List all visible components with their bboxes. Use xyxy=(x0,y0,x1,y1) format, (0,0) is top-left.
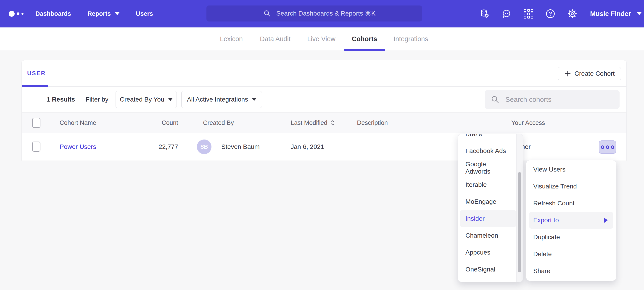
menu-item-insider[interactable]: Insider xyxy=(460,210,516,227)
menu-item-delete[interactable]: Delete xyxy=(529,246,613,262)
table-header: Cohort Name Count Created By Last Modifi… xyxy=(22,112,626,133)
created-by-name: Steven Baum xyxy=(221,133,260,161)
data-management-icon[interactable] xyxy=(480,9,490,19)
menu-item-moengage[interactable]: MoEngage xyxy=(460,193,516,210)
menu-item-braze[interactable]: Braze xyxy=(460,134,516,142)
apps-grid-icon[interactable] xyxy=(524,9,534,19)
tab-cohorts[interactable]: Cohorts xyxy=(352,28,377,50)
menu-item-google-adwords[interactable]: Google Adwords xyxy=(460,160,516,176)
chevron-down-icon xyxy=(168,98,172,101)
column-created-by: Created By xyxy=(203,112,234,133)
last-modified-date: Jan 6, 2021 xyxy=(291,133,324,161)
tab-data-audit[interactable]: Data Audit xyxy=(260,28,290,50)
cohort-row: Power Users 22,777 SB Steven Baum Jan 6,… xyxy=(22,133,626,161)
nav-reports-label: Reports xyxy=(88,10,111,17)
sort-icon xyxy=(330,120,335,126)
menu-item-facebook-ads[interactable]: Facebook Ads xyxy=(460,142,516,160)
scrollbar-thumb[interactable] xyxy=(518,172,521,272)
column-last-modified-label: Last Modified xyxy=(291,119,328,126)
row-actions-button[interactable] xyxy=(599,140,616,154)
column-cohort-name: Cohort Name xyxy=(60,112,96,133)
menu-item-duplicate[interactable]: Duplicate xyxy=(529,229,613,246)
cohort-search-input[interactable] xyxy=(485,90,620,109)
tab-user-cohorts[interactable]: USER xyxy=(27,60,46,86)
plus-icon xyxy=(564,70,571,77)
column-description: Description xyxy=(357,112,388,133)
menu-item-export-to[interactable]: Export to... xyxy=(529,212,613,229)
menu-item-view-users[interactable]: View Users xyxy=(529,161,613,178)
row-checkbox[interactable] xyxy=(32,141,40,152)
section-tabs: Lexicon Data Audit Live View Cohorts Int… xyxy=(0,28,644,51)
cohort-type-tabs: USER Create Cohort xyxy=(22,60,626,87)
project-switcher[interactable]: Music Finder xyxy=(590,0,642,28)
active-tab-indicator xyxy=(344,49,385,51)
column-your-access: Your Access xyxy=(511,112,545,133)
menu-item-onesignal[interactable]: OneSignal xyxy=(460,261,516,278)
menu-item-share[interactable]: Share xyxy=(529,262,613,279)
menu-item-refresh-count[interactable]: Refresh Count xyxy=(529,195,613,212)
mixpanel-logo-icon[interactable] xyxy=(9,0,24,28)
feedback-icon[interactable] xyxy=(502,9,512,19)
export-submenu-list: Braze Facebook Ads Google Adwords Iterab… xyxy=(458,134,516,278)
cohort-name-link[interactable]: Power Users xyxy=(60,133,96,161)
results-count: 1 Results xyxy=(46,87,75,112)
select-all-checkbox[interactable] xyxy=(32,118,40,128)
created-by-filter[interactable]: Created By You xyxy=(116,91,177,108)
tab-live-view[interactable]: Live View xyxy=(307,28,336,50)
export-to-label: Export to... xyxy=(533,217,564,224)
scrollbar-track xyxy=(516,134,523,282)
created-by-filter-value: Created By You xyxy=(120,96,164,103)
global-search-input[interactable] xyxy=(206,6,422,22)
chevron-down-icon xyxy=(637,12,642,15)
project-name: Music Finder xyxy=(590,10,631,18)
divider xyxy=(79,95,79,104)
settings-gear-icon[interactable] xyxy=(567,9,577,19)
nav-reports[interactable]: Reports xyxy=(88,10,120,17)
create-cohort-label: Create Cohort xyxy=(574,70,615,77)
cohort-search[interactable] xyxy=(485,90,620,109)
active-type-indicator xyxy=(22,85,48,87)
filter-by-label: Filter by xyxy=(86,87,108,112)
menu-item-iterable[interactable]: Iterable xyxy=(460,176,516,193)
avatar: SB xyxy=(197,139,212,154)
column-count: Count xyxy=(150,112,178,133)
cohort-count: 22,777 xyxy=(150,133,178,161)
menu-item-appcues[interactable]: Appcues xyxy=(460,244,516,261)
chevron-down-icon xyxy=(115,12,120,15)
tab-integrations[interactable]: Integrations xyxy=(394,28,428,50)
topbar-icon-group xyxy=(480,0,577,28)
integrations-filter-value: All Active Integrations xyxy=(187,96,248,103)
help-icon[interactable] xyxy=(545,9,556,19)
row-context-menu: View Users Visualize Trend Refresh Count… xyxy=(526,160,616,281)
export-submenu: Braze Facebook Ads Google Adwords Iterab… xyxy=(458,134,523,282)
chevron-down-icon xyxy=(252,98,256,101)
tab-lexicon[interactable]: Lexicon xyxy=(220,28,243,50)
topbar: Dashboards Reports Users xyxy=(0,0,644,28)
integrations-filter[interactable]: All Active Integrations xyxy=(181,91,262,108)
create-cohort-button[interactable]: Create Cohort xyxy=(558,67,621,80)
top-navigation: Dashboards Reports Users xyxy=(36,0,153,28)
filter-bar: 1 Results Filter by Created By You All A… xyxy=(22,87,626,112)
nav-users[interactable]: Users xyxy=(136,10,153,17)
app-window: Dashboards Reports Users xyxy=(0,0,644,290)
nav-dashboards[interactable]: Dashboards xyxy=(36,10,71,17)
submenu-arrow-icon xyxy=(604,218,608,223)
column-last-modified-sort[interactable]: Last Modified xyxy=(291,112,335,133)
global-search[interactable] xyxy=(206,6,422,22)
menu-item-visualize-trend[interactable]: Visualize Trend xyxy=(529,178,613,195)
menu-item-chameleon[interactable]: Chameleon xyxy=(460,227,516,244)
cohorts-panel: USER Create Cohort 1 Results Filter by C… xyxy=(22,60,627,161)
